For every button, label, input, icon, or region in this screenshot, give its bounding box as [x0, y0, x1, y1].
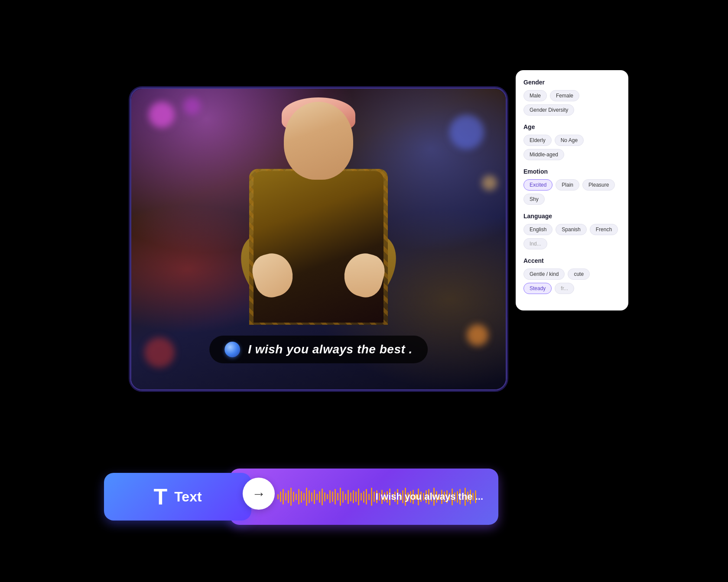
audio-text: I wish you always the ...: [376, 491, 488, 502]
filter-panel: Gender Male Female Gender Diversity Age …: [516, 70, 628, 310]
bokeh-light-1: [149, 102, 175, 128]
bokeh-light-2: [183, 97, 201, 115]
filter-tag-gentle-kind[interactable]: Gentle / kind: [523, 268, 565, 280]
filter-section-language: Language English Spanish French Ind...: [523, 213, 621, 249]
filter-tag-french[interactable]: French: [590, 224, 618, 235]
filter-section-title-emotion: Emotion: [523, 168, 621, 175]
filter-tag-steady[interactable]: Steady: [523, 283, 552, 294]
filter-tag-elderly[interactable]: Elderly: [523, 135, 552, 146]
text-label: Text: [174, 489, 202, 505]
filter-tags-accent: Gentle / kind cute Steady fr...: [523, 268, 621, 294]
filter-tag-shy[interactable]: Shy: [523, 194, 545, 205]
subtitle-text: I wish you always the best .: [248, 343, 413, 356]
filter-tag-cute[interactable]: cute: [568, 268, 590, 280]
filter-section-title-language: Language: [523, 213, 621, 220]
filter-section-accent: Accent Gentle / kind cute Steady fr...: [523, 257, 621, 294]
text-icon: T: [153, 485, 167, 508]
filter-tag-female[interactable]: Female: [550, 90, 579, 101]
person-figure: [219, 102, 418, 370]
filter-tags-emotion: Excited Plain Pleasure Shy: [523, 179, 621, 205]
torso: [254, 171, 384, 323]
bokeh-light-3: [449, 115, 484, 149]
filter-tag-ind[interactable]: Ind...: [523, 238, 547, 249]
filter-section-emotion: Emotion Excited Plain Pleasure Shy: [523, 168, 621, 205]
filter-tag-english[interactable]: English: [523, 224, 552, 235]
text-input-card[interactable]: T Text: [104, 473, 251, 521]
filter-section-title-accent: Accent: [523, 257, 621, 264]
filter-tag-no-age[interactable]: No Age: [555, 135, 584, 146]
filter-tags-language: English Spanish French Ind...: [523, 224, 621, 249]
filter-tag-male[interactable]: Male: [523, 90, 547, 101]
arrow-button[interactable]: →: [243, 478, 275, 510]
arrow-right-icon: →: [252, 486, 266, 502]
filter-tag-middle-aged[interactable]: Middle-aged: [523, 149, 564, 160]
filter-tag-plain[interactable]: Plain: [556, 179, 579, 191]
filter-tag-excited[interactable]: Excited: [523, 179, 552, 191]
filter-tags-gender: Male Female Gender Diversity: [523, 90, 621, 116]
head: [284, 102, 353, 180]
filter-section-gender: Gender Male Female Gender Diversity: [523, 79, 621, 116]
filter-tags-age: Elderly No Age Middle-aged: [523, 135, 621, 160]
bokeh-light-4: [467, 324, 488, 346]
filter-tag-spanish[interactable]: Spanish: [556, 224, 586, 235]
subtitle-bar: I wish you always the best .: [209, 336, 428, 363]
audio-content: I wish you always the ...: [240, 484, 488, 510]
filter-section-title-gender: Gender: [523, 79, 621, 86]
filter-section-title-age: Age: [523, 123, 621, 130]
bokeh-light-5: [144, 337, 175, 368]
main-scene: I wish you always the best . Gender Male…: [104, 53, 624, 529]
filter-tag-gender-diversity[interactable]: Gender Diversity: [523, 104, 574, 116]
filter-tag-pleasure[interactable]: Pleasure: [582, 179, 615, 191]
subtitle-dot: [224, 342, 240, 357]
video-background: I wish you always the best .: [131, 89, 506, 389]
filter-section-age: Age Elderly No Age Middle-aged: [523, 123, 621, 160]
filter-tag-fr[interactable]: fr...: [555, 283, 574, 294]
bokeh-light-6: [482, 175, 497, 191]
video-card: I wish you always the best .: [130, 87, 507, 391]
